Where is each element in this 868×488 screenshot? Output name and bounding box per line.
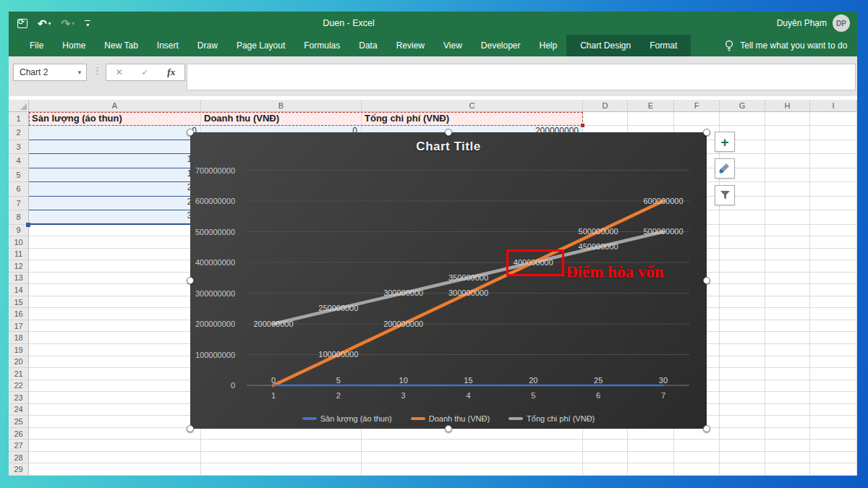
chart-resize-handle-sw[interactable] [187, 425, 194, 432]
cell-G14[interactable] [720, 284, 765, 296]
column-header-B[interactable]: B [201, 100, 362, 112]
row-header-11[interactable]: 11 [9, 249, 29, 261]
cell-A3[interactable]: 5 [29, 140, 201, 155]
row-header-13[interactable]: 13 [9, 273, 29, 285]
cell-A17[interactable] [29, 320, 201, 333]
cell-G9[interactable] [720, 225, 765, 237]
row-header-20[interactable]: 20 [9, 356, 29, 369]
cell-H23[interactable] [765, 392, 810, 404]
row-header-19[interactable]: 19 [9, 344, 29, 356]
select-all-corner[interactable] [9, 100, 29, 112]
cell-E26[interactable] [628, 428, 674, 440]
cell-D27[interactable] [583, 440, 628, 452]
cell-A1[interactable]: Sản lượng (áo thun) [29, 112, 201, 126]
cell-I2[interactable] [810, 126, 857, 140]
cell-H20[interactable] [765, 356, 810, 369]
cell-H27[interactable] [765, 440, 810, 452]
ribbon-tab-file[interactable]: File [20, 35, 53, 56]
cell-D26[interactable] [583, 428, 628, 440]
formula-input[interactable] [187, 64, 856, 90]
cell-G25[interactable] [720, 416, 765, 428]
name-box-dropdown-icon[interactable]: ▾ [73, 69, 86, 76]
cell-A20[interactable] [29, 356, 201, 369]
cell-G26[interactable] [720, 428, 765, 440]
embedded-chart[interactable]: Chart Title 0100000000200000000300000000… [190, 132, 707, 429]
cell-H16[interactable] [765, 308, 810, 320]
ribbon-tab-view[interactable]: View [434, 35, 472, 56]
cell-C26[interactable] [362, 428, 583, 440]
cell-A7[interactable]: 25 [29, 197, 201, 211]
cell-A9[interactable] [29, 225, 201, 237]
cell-B29[interactable] [201, 463, 362, 476]
ribbon-tab-page-layout[interactable]: Page Layout [227, 35, 294, 56]
cell-G18[interactable] [720, 332, 765, 344]
breakeven-annotation[interactable]: Điểm hòa vốn [566, 263, 663, 282]
cell-A16[interactable] [29, 308, 201, 320]
cell-A19[interactable] [29, 344, 201, 356]
row-header-7[interactable]: 7 [9, 197, 29, 211]
cell-E1[interactable] [628, 112, 674, 126]
cell-A4[interactable]: 10 [29, 154, 201, 168]
row-header-1[interactable]: 1 [9, 112, 29, 126]
chart-resize-handle-e[interactable] [703, 277, 710, 284]
column-header-G[interactable]: G [720, 100, 765, 112]
cell-I11[interactable] [810, 249, 857, 261]
cell-F29[interactable] [674, 463, 720, 476]
cell-G12[interactable] [720, 260, 765, 273]
row-header-2[interactable]: 2 [9, 126, 29, 140]
row-header-17[interactable]: 17 [9, 320, 29, 333]
cell-F1[interactable] [674, 112, 720, 126]
cell-G19[interactable] [720, 344, 765, 356]
cell-H6[interactable] [765, 182, 810, 197]
row-header-18[interactable]: 18 [9, 332, 29, 344]
row-header-23[interactable]: 23 [9, 392, 29, 404]
cell-I23[interactable] [810, 392, 857, 404]
row-header-15[interactable]: 15 [9, 296, 29, 309]
column-header-A[interactable]: A [29, 100, 201, 112]
cell-H7[interactable] [765, 197, 810, 211]
cell-A23[interactable] [29, 392, 201, 404]
cell-A6[interactable]: 20 [29, 182, 201, 197]
cell-A26[interactable] [29, 428, 201, 440]
cell-H4[interactable] [765, 154, 810, 168]
cell-I6[interactable] [810, 182, 857, 197]
cell-I10[interactable] [810, 236, 857, 249]
cell-A12[interactable] [29, 260, 201, 273]
row-header-10[interactable]: 10 [9, 236, 29, 249]
cell-G20[interactable] [720, 356, 765, 369]
cell-I7[interactable] [810, 197, 857, 211]
cell-A29[interactable] [29, 463, 201, 476]
cell-H15[interactable] [765, 296, 810, 309]
cell-I9[interactable] [810, 225, 857, 237]
cancel-icon[interactable]: ✕ [116, 67, 123, 77]
ribbon-tab-new-tab[interactable]: New Tab [95, 35, 147, 56]
cell-G1[interactable] [720, 112, 765, 126]
enter-icon[interactable]: ✓ [142, 67, 149, 77]
legend-item[interactable]: Tổng chi phí (VNĐ) [509, 414, 595, 423]
cell-H9[interactable] [765, 225, 810, 237]
cell-A27[interactable] [29, 440, 201, 452]
cell-G24[interactable] [720, 404, 765, 416]
cell-D29[interactable] [583, 463, 628, 476]
cell-H18[interactable] [765, 332, 810, 344]
cell-G15[interactable] [720, 296, 765, 309]
redo-icon[interactable]: ↷ ▾ [61, 18, 75, 29]
ribbon-tab-home[interactable]: Home [53, 35, 95, 56]
cell-E27[interactable] [628, 440, 674, 452]
ribbon-tab-help[interactable]: Help [530, 35, 567, 56]
cell-I3[interactable] [810, 140, 857, 155]
cell-G11[interactable] [720, 249, 765, 261]
cell-E28[interactable] [628, 452, 674, 464]
cell-A13[interactable] [29, 273, 201, 285]
cell-I26[interactable] [810, 428, 857, 440]
cell-I12[interactable] [810, 260, 857, 273]
value-range-fill-handle[interactable] [26, 223, 30, 227]
cell-G17[interactable] [720, 320, 765, 333]
cell-A21[interactable] [29, 368, 201, 380]
cell-I16[interactable] [810, 308, 857, 320]
row-header-16[interactable]: 16 [9, 308, 29, 320]
ribbon-tab-format[interactable]: Format [640, 35, 686, 56]
row-header-12[interactable]: 12 [9, 260, 29, 273]
cell-I14[interactable] [810, 284, 857, 296]
cell-I1[interactable] [810, 112, 857, 126]
